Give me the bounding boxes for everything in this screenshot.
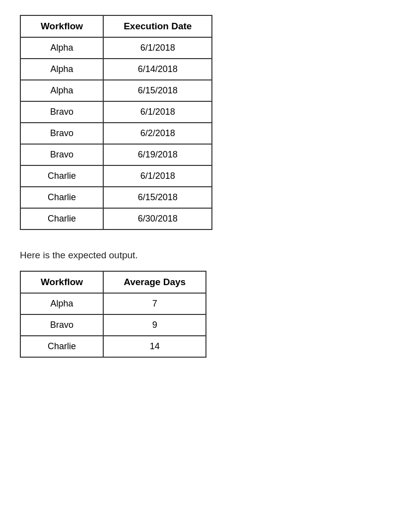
execution-date-cell: 6/2/2018 (103, 123, 212, 144)
table-row: Bravo9 (20, 314, 206, 336)
workflow-cell: Charlie (20, 165, 103, 187)
output-table: Workflow Average Days Alpha7Bravo9Charli… (20, 271, 383, 358)
workflow-cell: Bravo (20, 123, 103, 144)
workflow-execution-table: Workflow Execution Date Alpha6/1/2018Alp… (20, 15, 212, 230)
table2-header-row: Workflow Average Days (20, 271, 206, 293)
table-row: Alpha7 (20, 293, 206, 314)
execution-date-cell: 6/15/2018 (103, 80, 212, 101)
execution-date-cell: 6/30/2018 (103, 208, 212, 229)
execution-date-cell: 6/1/2018 (103, 101, 212, 123)
execution-date-cell: 6/19/2018 (103, 144, 212, 165)
execution-date-cell: 6/14/2018 (103, 59, 212, 80)
average-days-cell: 9 (103, 314, 206, 336)
table-row: Charlie14 (20, 336, 206, 357)
table-row: Bravo6/2/2018 (20, 123, 212, 144)
workflow-cell: Alpha (20, 293, 103, 314)
table-row: Bravo6/1/2018 (20, 101, 212, 123)
execution-date-cell: 6/1/2018 (103, 37, 212, 59)
average-days-cell: 7 (103, 293, 206, 314)
table-row: Charlie6/15/2018 (20, 187, 212, 208)
table-row: Bravo6/19/2018 (20, 144, 212, 165)
table-header-row: Workflow Execution Date (20, 15, 212, 37)
table1-body: Alpha6/1/2018Alpha6/14/2018Alpha6/15/201… (20, 37, 212, 229)
execution-date-cell: 6/15/2018 (103, 187, 212, 208)
workflow-cell: Alpha (20, 59, 103, 80)
col2-header-workflow: Workflow (20, 271, 103, 293)
table-row: Alpha6/15/2018 (20, 80, 212, 101)
execution-date-cell: 6/1/2018 (103, 165, 212, 187)
col2-header-average-days: Average Days (103, 271, 206, 293)
workflow-average-table: Workflow Average Days Alpha7Bravo9Charli… (20, 271, 206, 358)
table-row: Charlie6/1/2018 (20, 165, 212, 187)
table-row: Alpha6/1/2018 (20, 37, 212, 59)
workflow-cell: Charlie (20, 187, 103, 208)
input-table: Workflow Execution Date Alpha6/1/2018Alp… (20, 15, 383, 230)
description-text: Here is the expected output. (20, 250, 383, 261)
col-header-execution-date: Execution Date (103, 15, 212, 37)
table-row: Charlie6/30/2018 (20, 208, 212, 229)
workflow-cell: Bravo (20, 314, 103, 336)
workflow-cell: Bravo (20, 144, 103, 165)
col-header-workflow: Workflow (20, 15, 103, 37)
workflow-cell: Bravo (20, 101, 103, 123)
table-row: Alpha6/14/2018 (20, 59, 212, 80)
average-days-cell: 14 (103, 336, 206, 357)
workflow-cell: Charlie (20, 336, 103, 357)
workflow-cell: Charlie (20, 208, 103, 229)
workflow-cell: Alpha (20, 37, 103, 59)
workflow-cell: Alpha (20, 80, 103, 101)
table2-body: Alpha7Bravo9Charlie14 (20, 293, 206, 357)
